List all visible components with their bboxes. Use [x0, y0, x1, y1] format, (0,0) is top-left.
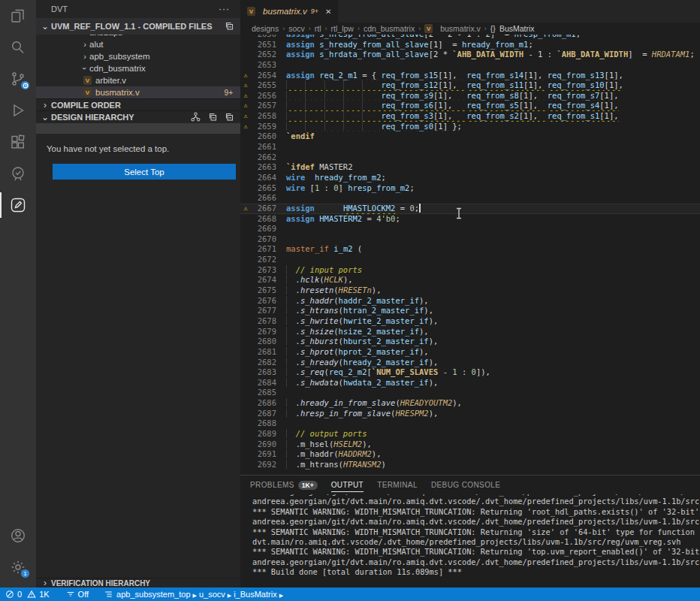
code-line-2673[interactable]: 2673 // input ports	[240, 265, 700, 276]
select-top-button[interactable]: Select Top	[53, 164, 236, 180]
dvt-activity-item[interactable]	[0, 189, 36, 221]
design-hierarchy-empty-row[interactable]	[36, 123, 240, 134]
code-line-2654[interactable]: ⚠2654assign req_2_m1 = { req_from_s15[1]…	[240, 71, 700, 81]
code-line-2670[interactable]: 2670	[240, 234, 700, 245]
code-line-2683[interactable]: 2683 .s_req(req_2_m2[`NUM_OF_SLAVES - 1 …	[240, 367, 700, 378]
chevron-right-icon: ›	[39, 578, 51, 587]
section-compile-order[interactable]: › COMPILE ORDER	[36, 98, 240, 110]
panel-tab-terminal[interactable]: TERMINAL	[377, 476, 418, 494]
tree-item-busmatrix-v[interactable]: Vbusmatrix.v9+	[36, 86, 240, 98]
section-compiled-files[interactable]: ⌄ UVM_REF_FLOW_1.1 - COMPILED FILES	[36, 18, 240, 35]
code-line-2676[interactable]: 2676 .s_haddr(haddr_2_master_if),	[240, 296, 700, 307]
code-line-2679[interactable]: 2679 .s_hsize(hsize_2_master_if),	[240, 327, 700, 337]
output-console[interactable]: andreea.georgian/git/dvt.main/ro.amiq.dv…	[240, 494, 700, 587]
code-line-2687[interactable]: 2687 .hresp_in_from_slave(HRESPM2),	[240, 409, 700, 419]
code-line-2677[interactable]: 2677 .s_htrans(htran_2_master_if),	[240, 306, 700, 316]
breadcrumb-item[interactable]: socv	[288, 24, 305, 33]
account-activity-item[interactable]	[0, 520, 36, 551]
code-line-2659[interactable]: ⚠2659 req_from_s0[1] };	[240, 122, 700, 132]
code-line-2688[interactable]: 2688	[240, 418, 700, 429]
code-line-2674[interactable]: 2674 .hclk(HCLK),	[240, 275, 700, 285]
hierarchy-icon[interactable]	[190, 111, 201, 122]
breadcrumb[interactable]: designs›socv›rtl›rtl_lpw›cdn_busmatrix›V…	[240, 23, 700, 35]
code-line-2686[interactable]: 2686 .hready_in_from_slave(HREADYOUTM2),	[240, 398, 700, 409]
breadcrumb-symbol[interactable]: BusMatrix	[499, 24, 535, 33]
collapse-all-icon[interactable]	[207, 112, 218, 122]
panel-tab-problems[interactable]: PROBLEMS1K+	[250, 476, 318, 494]
panel-tab-output[interactable]: OUTPUT	[331, 476, 364, 494]
code-line-2652[interactable]: 2652assign s_hrdata_from_all_slave[2 * `…	[240, 50, 700, 60]
tab-busmatrix[interactable]: V busmatrix.v 9+ ✕	[240, 0, 338, 23]
code-line-2663[interactable]: 2663`ifdef MASTER2	[240, 162, 700, 173]
code-line-2662[interactable]: 2662	[240, 153, 700, 163]
breadcrumb-item[interactable]: rtl_lpw	[331, 24, 354, 33]
code-line-2666[interactable]: 2666	[240, 193, 700, 204]
code-line-2678[interactable]: 2678 .s_hwrite(hwrite_2_master_if),	[240, 316, 700, 327]
hierarchy-item[interactable]: apb_subsystem_top	[116, 590, 190, 599]
tree-item-apb_subsystem[interactable]: ›apb_subsystem	[36, 50, 240, 62]
collapse-all-icon[interactable]	[224, 112, 234, 122]
code-line-2668[interactable]: 2668assign HMASTERM2 = 4'b0;	[240, 214, 700, 225]
code-line-2653[interactable]: 2653	[240, 60, 700, 71]
settings-activity-item[interactable]: 1	[0, 551, 36, 583]
breadcrumb-item[interactable]: cdn_busmatrix	[364, 24, 415, 33]
gutter	[240, 60, 251, 71]
section-design-hierarchy[interactable]: ⌄ DESIGN HIERARCHY	[36, 110, 240, 122]
problems-status[interactable]: 0 1K	[0, 587, 55, 601]
code-area[interactable]: 2650assign s_hresp_from_all_slave[2 * 2 …	[240, 35, 700, 475]
code-line-2655[interactable]: ⚠2655 req_from_s12[1], req_from_s11[1], …	[240, 80, 700, 91]
code-line-2656[interactable]: ⚠2656 req_from_s9[1], req_from_s8[1], re…	[240, 91, 700, 101]
line-number: 2658	[251, 111, 276, 122]
tree-item-label: ahb2apb	[89, 35, 123, 37]
code-line-2672[interactable]: 2672	[240, 255, 700, 265]
tree-item-cdn_busmatrix[interactable]: ›cdn_busmatrix	[36, 62, 240, 74]
code-line-2682[interactable]: 2682 .s_hready(hready_2_master_if),	[240, 358, 700, 368]
hierarchy-item[interactable]: i_BusMatrix	[234, 590, 276, 599]
breadcrumb-item[interactable]: designs	[252, 24, 279, 33]
code-line-2681[interactable]: 2681 .s_hprot(hprot_2_master_if),	[240, 347, 700, 358]
source-control-activity-item[interactable]	[0, 63, 36, 95]
code-line-2665[interactable]: 2665wire [1 : 0] hresp_from_m2;	[240, 183, 700, 194]
filter-status[interactable]: Off	[61, 587, 94, 601]
hierarchy-item[interactable]: u_socv	[199, 590, 225, 599]
breadcrumb-item[interactable]: rtl	[315, 24, 321, 33]
search-activity-item[interactable]	[0, 32, 36, 63]
gutter	[240, 316, 251, 327]
code-line-2684[interactable]: 2684 .s_hwdata(hwdata_2_master_if),	[240, 378, 700, 388]
collapse-all-icon[interactable]	[224, 21, 234, 32]
verification-activity-item[interactable]	[0, 158, 36, 189]
code-line-2658[interactable]: ⚠2658 req_from_s3[1], req_from_s2[1], re…	[240, 111, 700, 122]
section-verification-hierarchy[interactable]: › VERIFICATION HIERARCHY	[36, 578, 240, 587]
code-line-2661[interactable]: 2661	[240, 142, 700, 153]
output-line: andreea.georgian/git/dvt.main/ro.amiq.dv…	[252, 497, 700, 506]
panel-tab-debug-console[interactable]: DEBUG CONSOLE	[431, 476, 500, 494]
close-icon[interactable]: ✕	[325, 8, 331, 16]
status-bar: 0 1K Off apb_subsystem_top▶u_socv▶i_BusM…	[0, 587, 700, 601]
code-line-2680[interactable]: 2680 .s_hburst(hburst_2_master_if),	[240, 337, 700, 347]
tree-item-alut[interactable]: ›alut	[36, 38, 240, 50]
code-line-2690[interactable]: 2690 .m_hsel(HSELM2),	[240, 439, 700, 450]
more-actions-icon[interactable]: ···	[219, 4, 230, 14]
code-line-2689[interactable]: 2689 // output ports	[240, 429, 700, 439]
code-line-2671[interactable]: 2671master_if i_m2 (	[240, 244, 700, 255]
hierarchy-path[interactable]: apb_subsystem_top▶u_socv▶i_BusMatrix▶	[98, 587, 291, 601]
code-line-2660[interactable]: 2660`endif	[240, 131, 700, 142]
tree-item-arbiter-v[interactable]: Varbiter.v	[36, 74, 240, 86]
code-line-2650[interactable]: 2650assign s_hresp_from_all_slave[2 * 2 …	[240, 35, 700, 40]
code-line-2669[interactable]: 2669	[240, 224, 700, 234]
code-line-2692[interactable]: 2692 .m_htrans(HTRANSM2)	[240, 460, 700, 470]
code-text	[276, 388, 700, 398]
code-line-2667[interactable]: ⚠2667assign HMASTLOCKM2 = 0;	[240, 204, 700, 214]
code-line-2664[interactable]: 2664wire hready_from_m2;	[240, 173, 700, 183]
code-text: req_from_s9[1], req_from_s8[1], req_from…	[276, 91, 700, 101]
run-debug-activity-item[interactable]	[0, 95, 36, 126]
code-line-2675[interactable]: 2675 .hresetn(HRESETn),	[240, 285, 700, 296]
code-line-2691[interactable]: 2691 .m_haddr(HADDRM2),	[240, 449, 700, 460]
code-line-2651[interactable]: 2651assign s_hready_from_all_slave[1] = …	[240, 40, 700, 50]
extensions-activity-item[interactable]	[0, 126, 36, 158]
code-line-2657[interactable]: ⚠2657 req_from_s6[1], req_from_s5[1], re…	[240, 101, 700, 111]
gutter	[240, 265, 251, 276]
breadcrumb-file[interactable]: busmatrix.v	[440, 24, 481, 33]
explorer-activity-item[interactable]	[0, 0, 36, 32]
code-line-2685[interactable]: 2685	[240, 388, 700, 398]
